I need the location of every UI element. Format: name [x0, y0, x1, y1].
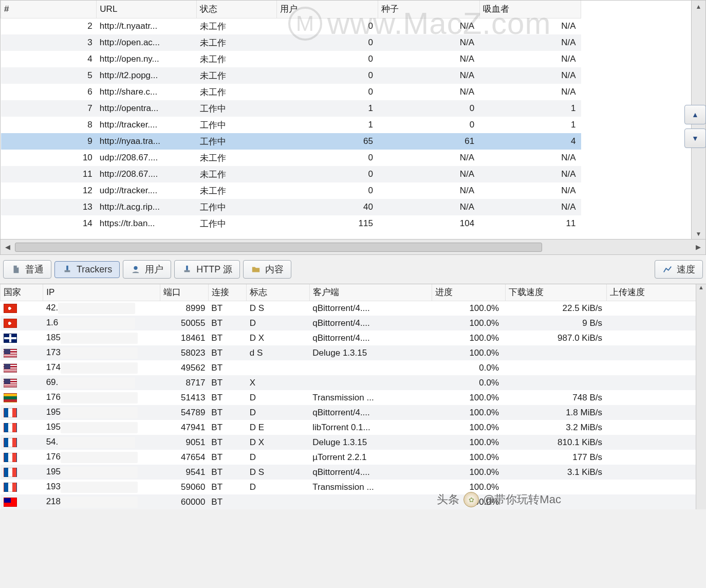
peer-cell-download-speed — [505, 375, 606, 390]
peer-cell-ip: 69. — [43, 375, 160, 390]
peers-col-connection[interactable]: 连接 — [208, 284, 246, 301]
peer-cell-progress: 100.0% — [432, 316, 505, 330]
peers-col-flags[interactable]: 标志 — [247, 284, 310, 301]
tab-http-label: HTTP 源 — [196, 263, 232, 275]
peer-row[interactable]: 1959541BTD SqBittorrent/4....100.0%3.1 K… — [1, 465, 699, 480]
tracker-row[interactable]: 11http://208.67....未工作0N/AN/A — [1, 166, 581, 182]
peers-col-progress[interactable]: 进度 — [432, 284, 505, 301]
tracker-row[interactable]: 5http://t2.popg...未工作0N/AN/A — [1, 67, 581, 84]
peer-cell-client: qBittorrent/4.... — [309, 330, 432, 345]
scroll-left-icon[interactable]: ◀ — [1, 243, 15, 251]
peer-row[interactable]: 17651413BTDTransmission ...100.0%748 B/s — [1, 390, 699, 405]
tracker-cell-seeds: 0 — [378, 117, 479, 133]
peer-row[interactable]: 1.650055BTDqBittorrent/4....100.0%9 B/s — [1, 316, 699, 330]
move-down-button[interactable]: ▼ — [684, 128, 706, 148]
peer-cell-upload-speed — [606, 345, 699, 360]
tracker-row[interactable]: 12udp://tracker....未工作0N/AN/A — [1, 182, 581, 199]
peer-cell-client: qBittorrent/4.... — [309, 316, 432, 330]
peers-col-port[interactable]: 端口 — [160, 284, 208, 301]
tracker-col-users[interactable]: 用户 — [277, 1, 378, 18]
peer-cell-flags: D X — [247, 435, 310, 450]
flag-us-icon — [4, 348, 17, 358]
tracker-col-url[interactable]: URL — [97, 1, 197, 18]
peer-cell-port: 8717 — [160, 375, 208, 390]
peer-cell-port: 47654 — [160, 450, 208, 465]
peer-cell-progress: 100.0% — [432, 494, 505, 509]
tracker-cell-users: 115 — [277, 215, 378, 232]
tracker-row[interactable]: 14https://tr.ban...工作中11510411 — [1, 215, 581, 232]
peer-row[interactable]: 19554789BTDqBittorrent/4....100.0%1.8 Mi… — [1, 405, 699, 420]
peer-cell-port: 47941 — [160, 420, 208, 435]
ip-masked — [61, 407, 138, 418]
tracker-cell-leech: N/A — [479, 34, 581, 51]
tracker-col-leech[interactable]: 吸血者 — [479, 1, 581, 18]
peer-row[interactable]: 18518461BTD XqBittorrent/4....100.0%987.… — [1, 330, 699, 345]
peer-row[interactable]: 21860000BT100.0% — [1, 494, 699, 509]
tracker-row[interactable]: 10udp://208.67....未工作0N/AN/A — [1, 150, 581, 166]
peer-row[interactable]: 69.8717BTX0.0% — [1, 375, 699, 390]
peer-row[interactable]: 19359060BTDTransmission ...100.0% — [1, 480, 699, 494]
tracker-cell-status: 未工作 — [197, 150, 277, 166]
peer-row[interactable]: 17647654BTDµTorrent 2.2.1100.0%177 B/s — [1, 450, 699, 465]
peers-vertical-scrollbar[interactable]: ▲ — [696, 284, 706, 509]
scroll-down-icon[interactable]: ▼ — [692, 228, 705, 240]
peers-col-download-speed[interactable]: 下载速度 — [505, 284, 606, 301]
tracker-row[interactable]: 8http://tracker....工作中101 — [1, 117, 581, 133]
tracker-horizontal-scrollbar[interactable]: ◀ ▶ — [0, 240, 706, 255]
peer-row[interactable]: 17358023BTd SDeluge 1.3.15100.0% — [1, 345, 699, 360]
tab-http-sources[interactable]: HTTP 源 — [174, 260, 240, 279]
tracker-table[interactable]: # URL 状态 用户 种子 吸血者 2http://t.nyaatr...未工… — [1, 1, 581, 232]
peer-cell-country — [1, 465, 43, 480]
tab-content[interactable]: 内容 — [243, 260, 291, 279]
tab-peers[interactable]: 用户 — [123, 260, 171, 279]
peer-cell-upload-speed — [606, 390, 699, 405]
tracker-row[interactable]: 2http://t.nyaatr...未工作0N/AN/A — [1, 18, 581, 34]
tracker-row[interactable]: 9http://nyaa.tra...工作中65614 — [1, 133, 581, 150]
tab-trackers[interactable]: Trackers — [54, 261, 120, 278]
peer-cell-connection: BT — [208, 316, 246, 330]
peer-cell-upload-speed — [606, 480, 699, 494]
tracker-col-status[interactable]: 状态 — [197, 1, 277, 18]
flag-hk-icon — [4, 319, 17, 328]
ip-masked — [61, 467, 138, 478]
peer-cell-port: 59060 — [160, 480, 208, 494]
tab-speed[interactable]: 速度 — [655, 260, 703, 279]
peer-row[interactable]: 54.9051BTD XDeluge 1.3.15100.0%810.1 KiB… — [1, 435, 699, 450]
scroll-right-icon[interactable]: ▶ — [691, 243, 705, 251]
peer-row[interactable]: 17449562BT0.0% — [1, 360, 699, 375]
peers-col-ip[interactable]: IP — [43, 284, 160, 301]
peer-cell-download-speed: 9 B/s — [505, 316, 606, 330]
peer-row[interactable]: 19547941BTD ElibTorrent 0.1...100.0%3.2 … — [1, 420, 699, 435]
scroll-up-icon[interactable]: ▲ — [692, 1, 705, 13]
peer-cell-client: Transmission ... — [309, 390, 432, 405]
peer-cell-port: 51413 — [160, 390, 208, 405]
tracker-row[interactable]: 13http://t.acg.rip...工作中40N/AN/A — [1, 199, 581, 215]
tracker-col-seeds[interactable]: 种子 — [378, 1, 479, 18]
tab-general[interactable]: 普通 — [3, 260, 51, 279]
flag-fr-icon — [4, 408, 17, 417]
ip-masked — [58, 437, 135, 448]
peer-cell-progress: 0.0% — [432, 360, 505, 375]
tracker-row[interactable]: 4http://open.ny...未工作0N/AN/A — [1, 51, 581, 67]
peer-cell-download-speed: 987.0 KiB/s — [505, 330, 606, 345]
tracker-cell-url: http://share.c... — [97, 84, 197, 100]
peers-col-country[interactable]: 国家 — [1, 284, 43, 301]
peers-col-upload-speed[interactable]: 上传速度 — [606, 284, 699, 301]
scroll-thumb[interactable] — [15, 243, 542, 252]
tracker-cell-seeds: 0 — [378, 100, 479, 117]
ip-masked — [58, 318, 135, 329]
tracker-cell-users: 0 — [277, 150, 378, 166]
tracker-col-num[interactable]: # — [1, 1, 97, 18]
tracker-row[interactable]: 6http://share.c...未工作0N/AN/A — [1, 84, 581, 100]
tracker-row[interactable]: 7http://opentra...工作中101 — [1, 100, 581, 117]
ip-masked — [58, 377, 135, 389]
scroll-up-icon[interactable]: ▲ — [696, 284, 706, 295]
peer-cell-connection: BT — [208, 494, 246, 509]
peers-table[interactable]: 国家 IP 端口 连接 标志 客户端 进度 下载速度 上传速度 42.8999B… — [0, 284, 699, 509]
peers-col-client[interactable]: 客户端 — [309, 284, 432, 301]
peer-row[interactable]: 42.8999BTD SqBittorrent/4....100.0%22.5 … — [1, 301, 699, 316]
peer-cell-connection: BT — [208, 375, 246, 390]
peer-cell-port: 54789 — [160, 405, 208, 420]
tracker-row[interactable]: 3http://open.ac...未工作0N/AN/A — [1, 34, 581, 51]
move-up-button[interactable]: ▲ — [684, 105, 706, 124]
